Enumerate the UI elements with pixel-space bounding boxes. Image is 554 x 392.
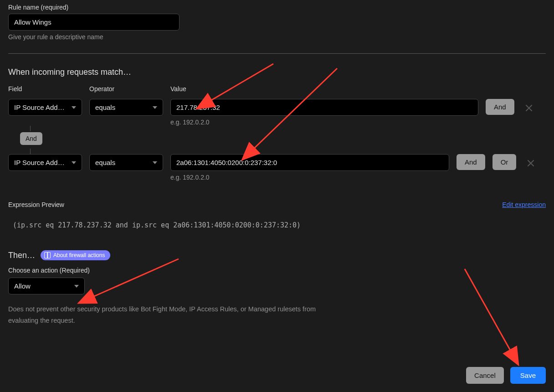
action-select[interactable]: Allow (8, 278, 85, 294)
field-select-0[interactable]: IP Source Add… (8, 99, 82, 116)
arrow-annotation (92, 259, 179, 297)
field-select-1[interactable]: IP Source Add… (8, 154, 82, 171)
and-button-row-0[interactable]: And (486, 99, 514, 115)
close-icon (525, 104, 533, 112)
expression-preview-label: Expression Preview (8, 201, 64, 208)
edit-expression-link[interactable]: Edit expression (502, 201, 546, 208)
close-icon (527, 159, 535, 167)
save-button[interactable]: Save (510, 367, 546, 384)
action-select-value: Allow (14, 282, 31, 290)
connector-and-button[interactable]: And (20, 132, 42, 145)
value-hint-1: e.g. 192.0.2.0 (170, 174, 449, 181)
chevron-down-icon (72, 106, 76, 109)
about-firewall-actions-label: About firewall actions (53, 252, 105, 258)
chevron-down-icon (74, 285, 79, 288)
rule-name-input[interactable] (8, 14, 180, 31)
col-label-field: Field (8, 85, 82, 93)
chevron-down-icon (153, 106, 157, 109)
remove-row-1[interactable] (525, 158, 536, 169)
operator-select-1-value: equals (95, 159, 115, 166)
about-firewall-actions-badge[interactable]: About firewall actions (41, 250, 110, 260)
field-select-1-value: IP Source Add… (14, 159, 65, 166)
col-label-operator: Operator (89, 85, 163, 93)
action-help-text: Does not prevent other security products… (8, 304, 345, 326)
rule-name-helper: Give your rule a descriptive name (8, 33, 546, 41)
chevron-down-icon (153, 161, 157, 164)
cancel-button[interactable]: Cancel (466, 367, 504, 384)
operator-select-1[interactable]: equals (89, 154, 163, 171)
remove-row-0[interactable] (523, 103, 534, 113)
value-hint-0: e.g. 192.0.2.0 (170, 119, 478, 126)
and-button-row-1[interactable]: And (457, 154, 485, 170)
operator-select-0-value: equals (95, 103, 115, 111)
or-button-row-1[interactable]: Or (492, 154, 517, 170)
arrow-annotation (465, 269, 511, 352)
connector-line (30, 126, 31, 131)
expression-preview-code: (ip.src eq 217.78.237.32 and ip.src eq 2… (8, 221, 546, 229)
chevron-down-icon (72, 161, 76, 164)
value-input-0[interactable] (170, 99, 478, 116)
then-heading: Then… (8, 251, 35, 260)
field-select-0-value: IP Source Add… (14, 103, 65, 111)
operator-select-0[interactable]: equals (89, 99, 163, 116)
annotation-overlay (0, 0, 554, 392)
connector-line (30, 149, 31, 154)
col-label-value: Value (170, 85, 186, 93)
match-heading: When incoming requests match… (8, 67, 546, 77)
value-input-1[interactable] (170, 154, 449, 171)
rule-name-label: Rule name (required) (8, 4, 546, 11)
section-divider (8, 53, 546, 54)
action-label: Choose an action (Required) (8, 267, 546, 274)
book-icon (44, 252, 51, 258)
